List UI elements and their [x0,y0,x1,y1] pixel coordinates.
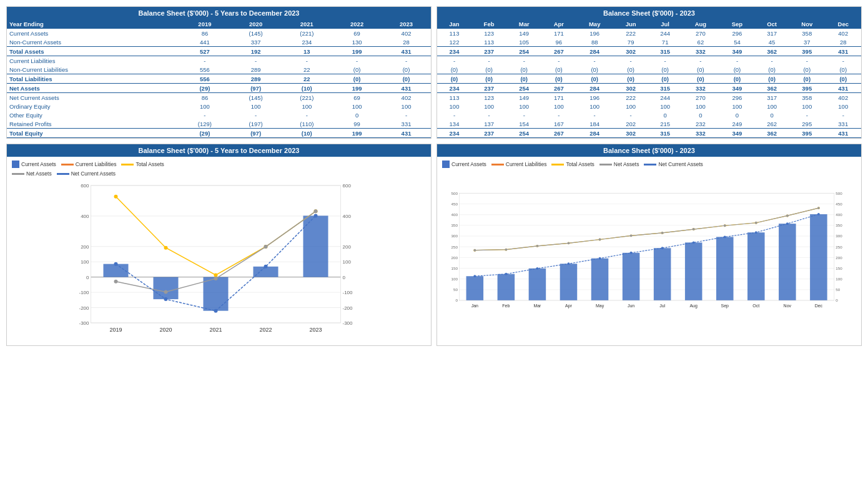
svg-point-131 [817,213,820,215]
table-row: 100 [719,102,755,111]
month-mar-header: Mar [506,19,541,29]
bottom-left-chart-panel: Balance Sheet ($'000) - 5 Years to Decem… [6,144,432,346]
svg-point-109 [505,249,507,251]
svg-text:Oct: Oct [752,304,759,308]
table-row: - [437,56,471,66]
table-row-label: Net Current Assets [7,93,179,102]
table-row: 86 [179,29,230,37]
table-row: 100 [613,102,648,111]
table-row: (0) [471,74,506,84]
table-row: 113 [471,37,506,47]
table-row: (0) [541,74,576,84]
svg-text:Jul: Jul [659,304,665,308]
table-row: 113 [437,29,471,37]
svg-text:-300: -300 [79,320,89,326]
table-row: 402 [826,29,861,37]
top-right-table-panel: Balance Sheet ($'000) - 2023 Jan Feb Mar… [436,6,862,139]
table-row: - [576,56,613,66]
table-row: 171 [541,93,576,102]
table-row: (110) [281,119,332,129]
table-row: - [719,56,755,66]
svg-point-115 [693,228,695,230]
table-row: 0 [755,111,789,119]
svg-point-113 [630,234,633,237]
table-row: 402 [382,29,431,37]
table-row: 284 [576,84,613,93]
table-row: (29) [179,129,230,138]
table-row: 0 [682,111,719,119]
table-row: 237 [471,47,506,56]
table-row: 358 [789,93,826,102]
table-row: 222 [613,29,648,37]
table-row: 192 [230,47,282,56]
svg-rect-27 [204,277,229,311]
svg-point-35 [114,280,118,284]
table-row: - [332,56,382,66]
table-row: 100 [648,102,682,111]
table-row: 262 [755,119,789,129]
table-row: 222 [613,93,648,102]
svg-point-37 [214,277,218,280]
table-row: 234 [437,129,471,138]
svg-rect-84 [466,276,484,300]
svg-text:50: 50 [836,287,840,292]
table-row: (0) [437,65,471,74]
year-2019-header: 2019 [179,19,230,29]
table-row: 123 [471,93,506,102]
table-row: 315 [648,129,682,138]
legend-net-current-assets: Net Current Assets [57,170,116,177]
table-row: 22 [281,65,332,74]
table-row: 289 [230,65,282,74]
table-row: - [179,56,230,66]
table-row: 99 [332,119,382,129]
main-layout: Balance Sheet ($'000) - 5 Years to Decem… [6,6,862,346]
svg-point-39 [314,209,318,213]
table-row: 71 [648,37,682,47]
table-row: 441 [179,37,230,47]
table-row: 395 [789,47,826,56]
table-row: 431 [382,84,431,93]
year-ending-header: Year Ending [7,19,179,29]
br-legend-net-current-assets-icon [644,164,656,165]
table-row: 331 [382,119,431,129]
table-row: - [471,111,506,119]
table-row: 0 [648,111,682,119]
table-row: 171 [541,29,576,37]
table-row: 270 [682,93,719,102]
table-row: - [789,56,826,66]
table-row: - [281,111,332,119]
table-row: 234 [437,84,471,93]
svg-text:Apr: Apr [565,304,573,309]
legend-current-liabilities: Current Liabilities [61,161,117,168]
table-row: 69 [332,93,382,102]
svg-text:0: 0 [86,275,89,280]
table-row: (145) [230,29,282,37]
table-row: 267 [541,129,576,138]
svg-point-42 [214,309,218,313]
table-row-label: Other Equity [7,111,179,119]
legend-current-liabilities-icon [61,164,74,165]
table-row: (0) [576,74,613,84]
table-row: (0) [719,74,755,84]
year-2022-header: 2022 [332,19,382,29]
table-row: 237 [471,129,506,138]
table-row: (197) [230,119,282,129]
table-row: 100 [332,102,382,111]
br-legend-net-assets-icon [599,164,612,165]
br-legend-bar-icon [442,161,450,168]
svg-point-38 [264,245,268,249]
table-row: (0) [437,74,471,84]
table-row: (0) [613,65,648,74]
svg-point-43 [264,265,268,269]
table-row: 527 [179,47,230,56]
bottom-left-chart-container: Current Assets Current Liabilities Total… [7,157,431,345]
table-row: 167 [541,119,576,129]
table-row: 130 [332,37,382,47]
bottom-right-legend: Current Assets Current Liabilities Total… [442,161,856,168]
table-row: 199 [332,47,382,56]
table-row: 362 [755,129,789,138]
svg-rect-26 [154,277,179,299]
table-row: 237 [471,84,506,93]
table-row: 362 [755,84,789,93]
bottom-left-svg-container: 60060040040020020010010000-100-100-200-2… [12,179,426,343]
